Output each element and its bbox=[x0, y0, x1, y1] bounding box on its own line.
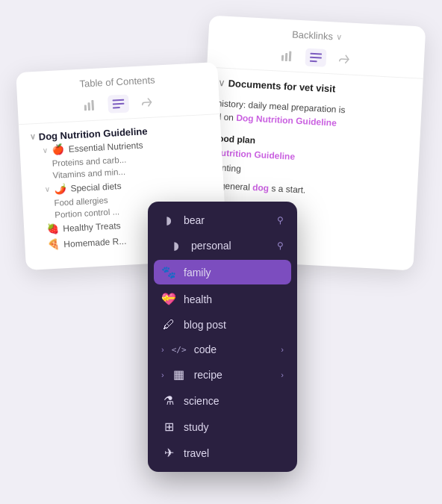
svg-rect-1 bbox=[285, 53, 288, 61]
chevron-right-recipe: › bbox=[161, 370, 164, 379]
dropdown-item-family[interactable]: 🐾 family bbox=[154, 260, 291, 284]
svg-rect-11 bbox=[113, 107, 120, 109]
dropdown-item-study[interactable]: ⊞ study bbox=[148, 414, 297, 440]
health-icon: 💝 bbox=[161, 292, 176, 306]
backlinks-chart-btn[interactable] bbox=[276, 46, 298, 65]
toc-list-btn[interactable] bbox=[108, 94, 129, 113]
personal-icon: ◗ bbox=[169, 239, 184, 252]
bear-icon: ◗ bbox=[161, 214, 176, 227]
toc-share-btn[interactable] bbox=[136, 93, 158, 111]
code-icon: </> bbox=[172, 345, 187, 355]
svg-rect-8 bbox=[91, 100, 94, 111]
chevron-right-code: › bbox=[161, 345, 164, 354]
blog-icon: 🖊 bbox=[161, 318, 176, 332]
svg-rect-7 bbox=[87, 102, 90, 111]
dropdown-item-recipe[interactable]: › ▦ recipe › bbox=[148, 361, 297, 388]
family-icon: 🐾 bbox=[161, 265, 176, 279]
dropdown-item-science[interactable]: ⚗ science bbox=[148, 388, 297, 414]
svg-rect-2 bbox=[289, 51, 292, 61]
svg-rect-3 bbox=[310, 53, 322, 55]
dropdown-menu: ◗ bear ⚲ ◗ personal ⚲ 🐾 family 💝 health … bbox=[148, 202, 297, 472]
dropdown-item-blog-post[interactable]: 🖊 blog post bbox=[148, 312, 297, 337]
backlinks-share-btn[interactable] bbox=[333, 49, 355, 68]
chevron-icon: ∨ bbox=[29, 132, 36, 142]
dropdown-item-personal[interactable]: ◗ personal ⚲ bbox=[148, 233, 297, 258]
study-icon: ⊞ bbox=[161, 420, 176, 434]
recipe-icon: ▦ bbox=[172, 367, 187, 382]
svg-rect-10 bbox=[113, 103, 125, 105]
backlinks-list-btn[interactable] bbox=[305, 48, 326, 66]
dropdown-item-bear[interactable]: ◗ bear ⚲ bbox=[148, 208, 297, 233]
svg-rect-9 bbox=[112, 99, 124, 102]
svg-rect-0 bbox=[281, 55, 284, 61]
svg-rect-6 bbox=[84, 105, 87, 111]
svg-rect-4 bbox=[310, 57, 322, 59]
toc-chart-btn[interactable] bbox=[79, 96, 101, 114]
dropdown-item-health[interactable]: 💝 health bbox=[148, 286, 297, 312]
travel-icon: ✈ bbox=[161, 446, 176, 460]
dropdown-item-code[interactable]: › </> code › bbox=[148, 337, 297, 361]
science-icon: ⚗ bbox=[161, 393, 176, 408]
svg-rect-5 bbox=[310, 60, 317, 63]
dropdown-item-travel[interactable]: ✈ travel bbox=[148, 440, 297, 466]
